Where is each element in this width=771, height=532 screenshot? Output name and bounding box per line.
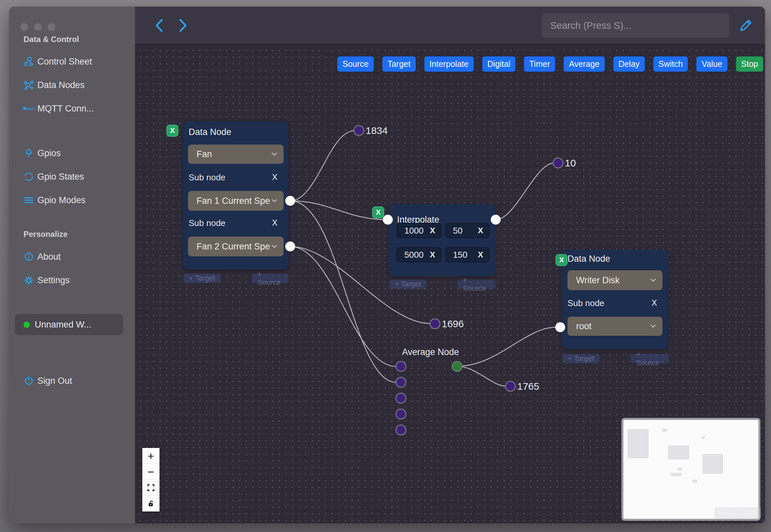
delete-node-button[interactable]: X bbox=[166, 125, 178, 137]
clear-input-button[interactable]: X bbox=[430, 250, 435, 259]
node-select-writer-disk[interactable]: Writer Disk bbox=[567, 270, 662, 290]
flow-canvas[interactable]: Source Target Interpolate Digital Timer … bbox=[135, 45, 765, 523]
minimap-node bbox=[692, 480, 697, 483]
minimap[interactable] bbox=[623, 420, 758, 519]
minimap-node bbox=[662, 429, 667, 432]
target-handle-interpolate[interactable] bbox=[383, 215, 393, 225]
interpolate-input-min-out[interactable]: 50 X bbox=[445, 223, 490, 238]
data-node-fan[interactable]: X Data Node Fan Sub node X Fan 1 Current… bbox=[183, 121, 289, 270]
sidebar-item-label: Gpio States bbox=[37, 172, 84, 182]
value-port-1765[interactable] bbox=[505, 381, 516, 392]
edge[interactable] bbox=[290, 201, 396, 382]
sidebar-item-unnamed-workflow[interactable]: Unnamed W... bbox=[15, 314, 123, 335]
sidebar-item-mqtt-connections[interactable]: MQTT MQTT Conn... bbox=[9, 101, 135, 116]
average-target-port-1[interactable] bbox=[395, 361, 406, 372]
fit-view-button[interactable] bbox=[142, 480, 159, 496]
add-target-pill[interactable]: + Target bbox=[563, 354, 600, 363]
react-flow-attribution[interactable]: React Flow bbox=[715, 508, 761, 518]
gear-icon bbox=[23, 274, 35, 286]
value-label-1834: 1834 bbox=[366, 125, 388, 136]
input-value[interactable]: 1000 bbox=[404, 226, 430, 236]
edge[interactable] bbox=[457, 366, 506, 386]
value-label-1696: 1696 bbox=[442, 318, 464, 330]
traffic-light-zoom[interactable] bbox=[48, 23, 55, 31]
molecule-icon bbox=[23, 79, 35, 91]
value-port-10[interactable] bbox=[553, 157, 564, 168]
target-handle-writer[interactable] bbox=[555, 322, 565, 332]
source-handle-interpolate[interactable] bbox=[491, 215, 501, 225]
edge[interactable] bbox=[496, 163, 554, 220]
lock-toggle-button[interactable] bbox=[142, 496, 159, 511]
node-select-subnode-2[interactable]: Fan 2 Current Spe bbox=[188, 237, 284, 256]
traffic-light-minimize[interactable] bbox=[34, 23, 42, 31]
clear-input-button[interactable]: X bbox=[478, 250, 483, 259]
source-handle-fan1[interactable] bbox=[285, 196, 295, 206]
minimap-node bbox=[671, 473, 682, 476]
add-source-pill[interactable]: + Source bbox=[458, 280, 495, 289]
chevron-down-icon bbox=[272, 245, 277, 248]
sidebar-item-about[interactable]: About bbox=[9, 249, 135, 265]
interpolate-input-min-in[interactable]: 1000 X bbox=[396, 223, 442, 238]
average-target-port-4[interactable] bbox=[395, 409, 406, 420]
value-port-1696[interactable] bbox=[430, 318, 440, 329]
add-source-pill[interactable]: + Source bbox=[252, 274, 289, 283]
mqtt-icon: MQTT bbox=[23, 103, 35, 114]
clear-input-button[interactable]: X bbox=[430, 226, 435, 235]
sidebar-section-personalize: Personalize bbox=[23, 230, 68, 239]
add-target-pill[interactable]: + Target bbox=[389, 280, 427, 289]
search-input[interactable] bbox=[542, 14, 729, 37]
select-value: Fan 2 Current Spe bbox=[197, 242, 270, 252]
average-target-port-3[interactable] bbox=[395, 393, 406, 404]
zoom-in-button[interactable]: + bbox=[142, 448, 159, 464]
traffic-light-close[interactable] bbox=[21, 23, 28, 31]
sidebar-item-control-sheet[interactable]: Control Sheet bbox=[9, 54, 135, 69]
value-port-1834[interactable] bbox=[353, 125, 364, 136]
delete-node-button[interactable]: X bbox=[372, 206, 384, 218]
input-value[interactable]: 150 bbox=[453, 250, 478, 260]
add-target-pill[interactable]: + Target bbox=[184, 274, 221, 283]
unlock-icon bbox=[147, 499, 155, 508]
sidebar-item-gpios[interactable]: Gpios bbox=[9, 145, 135, 161]
average-target-port-5[interactable] bbox=[395, 424, 406, 435]
sidebar-item-settings[interactable]: Settings bbox=[9, 272, 135, 288]
forward-chevron-icon[interactable] bbox=[176, 18, 190, 33]
node-select-fan[interactable]: Fan bbox=[188, 145, 284, 164]
interpolate-node[interactable]: X Interpolate 1000 X 50 X 5000 X 150 X bbox=[389, 204, 495, 276]
average-source-port[interactable] bbox=[452, 361, 463, 372]
delete-node-button[interactable]: X bbox=[556, 254, 567, 266]
edit-pencil-icon[interactable] bbox=[737, 17, 754, 34]
remove-sub-node-button[interactable]: X bbox=[272, 172, 278, 182]
back-chevron-icon[interactable] bbox=[153, 18, 166, 33]
sidebar-item-gpio-states[interactable]: Gpio States bbox=[9, 169, 135, 185]
edge[interactable] bbox=[290, 131, 354, 201]
node-select-root[interactable]: root bbox=[567, 317, 662, 336]
sidebar-item-label: Settings bbox=[37, 275, 70, 286]
app-window: Data & Control Control Sheet Data Nodes … bbox=[9, 7, 765, 523]
clear-input-button[interactable]: X bbox=[478, 226, 483, 235]
topbar bbox=[135, 7, 765, 45]
edge[interactable] bbox=[457, 327, 556, 366]
value-label-1765: 1765 bbox=[517, 381, 539, 392]
zoom-out-button[interactable]: − bbox=[142, 464, 159, 480]
sidebar-item-gpio-modes[interactable]: Gpio Modes bbox=[9, 192, 135, 208]
info-icon bbox=[23, 251, 35, 263]
sidebar-item-data-nodes[interactable]: Data Nodes bbox=[9, 77, 135, 93]
remove-sub-node-button[interactable]: X bbox=[272, 218, 278, 228]
sidebar-item-label: Control Sheet bbox=[37, 57, 92, 67]
input-value[interactable]: 50 bbox=[453, 226, 478, 236]
edge[interactable] bbox=[290, 246, 396, 367]
sidebar-item-sign-out[interactable]: Sign Out bbox=[9, 373, 135, 389]
input-value[interactable]: 5000 bbox=[404, 250, 430, 260]
fit-view-icon bbox=[147, 483, 155, 492]
average-target-port-2[interactable] bbox=[395, 377, 406, 388]
data-node-writer-disk[interactable]: X Data Node Writer Disk Sub node X root … bbox=[562, 250, 668, 349]
select-value: root bbox=[576, 321, 649, 332]
interpolate-input-max-out[interactable]: 150 X bbox=[445, 247, 490, 262]
source-handle-fan2[interactable] bbox=[285, 242, 295, 251]
svg-text:MQTT: MQTT bbox=[26, 107, 35, 111]
select-value: Writer Disk bbox=[576, 275, 649, 286]
node-select-subnode-1[interactable]: Fan 1 Current Spe bbox=[188, 191, 284, 211]
add-source-pill[interactable]: + Source bbox=[631, 354, 668, 363]
interpolate-input-max-in[interactable]: 5000 X bbox=[396, 247, 442, 262]
remove-sub-node-button[interactable]: X bbox=[652, 298, 657, 308]
